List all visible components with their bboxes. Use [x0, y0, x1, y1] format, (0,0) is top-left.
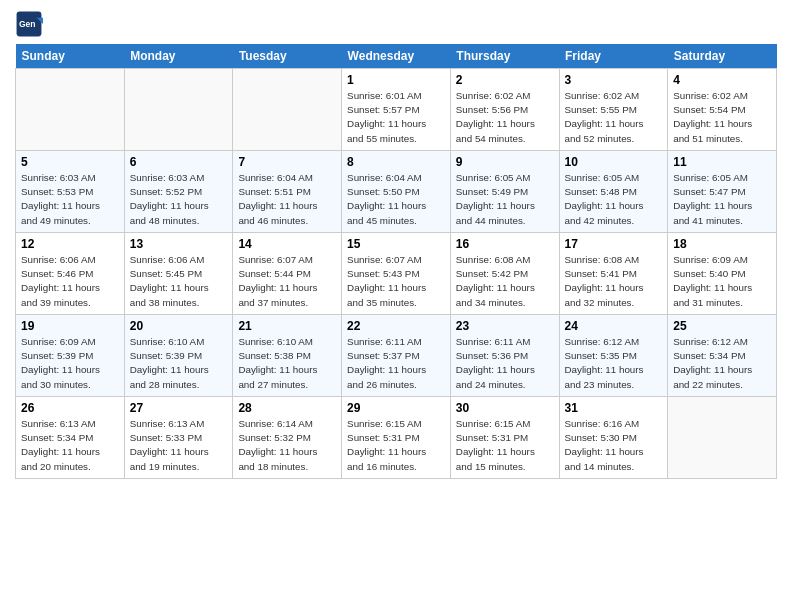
day-info: Sunrise: 6:03 AM Sunset: 5:53 PM Dayligh…: [21, 171, 119, 228]
day-info: Sunrise: 6:11 AM Sunset: 5:36 PM Dayligh…: [456, 335, 554, 392]
calendar-cell: [16, 69, 125, 151]
day-number: 17: [565, 237, 663, 251]
day-number: 6: [130, 155, 228, 169]
calendar-header-thursday: Thursday: [450, 44, 559, 69]
calendar-cell: 6Sunrise: 6:03 AM Sunset: 5:52 PM Daylig…: [124, 151, 233, 233]
calendar-cell: 18Sunrise: 6:09 AM Sunset: 5:40 PM Dayli…: [668, 233, 777, 315]
day-number: 4: [673, 73, 771, 87]
calendar-table: SundayMondayTuesdayWednesdayThursdayFrid…: [15, 44, 777, 479]
day-info: Sunrise: 6:07 AM Sunset: 5:43 PM Dayligh…: [347, 253, 445, 310]
calendar-header-saturday: Saturday: [668, 44, 777, 69]
day-number: 29: [347, 401, 445, 415]
day-number: 1: [347, 73, 445, 87]
day-number: 2: [456, 73, 554, 87]
calendar-cell: 15Sunrise: 6:07 AM Sunset: 5:43 PM Dayli…: [342, 233, 451, 315]
calendar-cell: [668, 397, 777, 479]
calendar-cell: 19Sunrise: 6:09 AM Sunset: 5:39 PM Dayli…: [16, 315, 125, 397]
day-info: Sunrise: 6:10 AM Sunset: 5:38 PM Dayligh…: [238, 335, 336, 392]
calendar-cell: 12Sunrise: 6:06 AM Sunset: 5:46 PM Dayli…: [16, 233, 125, 315]
day-number: 19: [21, 319, 119, 333]
day-number: 21: [238, 319, 336, 333]
day-number: 12: [21, 237, 119, 251]
logo-icon: Gen: [15, 10, 43, 38]
day-number: 9: [456, 155, 554, 169]
calendar-header-tuesday: Tuesday: [233, 44, 342, 69]
calendar-cell: 10Sunrise: 6:05 AM Sunset: 5:48 PM Dayli…: [559, 151, 668, 233]
day-number: 13: [130, 237, 228, 251]
day-info: Sunrise: 6:03 AM Sunset: 5:52 PM Dayligh…: [130, 171, 228, 228]
calendar-cell: 1Sunrise: 6:01 AM Sunset: 5:57 PM Daylig…: [342, 69, 451, 151]
page-container: Gen SundayMondayTuesdayWednesdayThursday…: [0, 0, 792, 489]
calendar-cell: 30Sunrise: 6:15 AM Sunset: 5:31 PM Dayli…: [450, 397, 559, 479]
day-info: Sunrise: 6:02 AM Sunset: 5:56 PM Dayligh…: [456, 89, 554, 146]
day-number: 18: [673, 237, 771, 251]
day-info: Sunrise: 6:08 AM Sunset: 5:41 PM Dayligh…: [565, 253, 663, 310]
day-info: Sunrise: 6:11 AM Sunset: 5:37 PM Dayligh…: [347, 335, 445, 392]
calendar-cell: [233, 69, 342, 151]
day-info: Sunrise: 6:02 AM Sunset: 5:54 PM Dayligh…: [673, 89, 771, 146]
day-info: Sunrise: 6:04 AM Sunset: 5:51 PM Dayligh…: [238, 171, 336, 228]
day-number: 11: [673, 155, 771, 169]
day-info: Sunrise: 6:14 AM Sunset: 5:32 PM Dayligh…: [238, 417, 336, 474]
calendar-cell: 11Sunrise: 6:05 AM Sunset: 5:47 PM Dayli…: [668, 151, 777, 233]
day-info: Sunrise: 6:13 AM Sunset: 5:34 PM Dayligh…: [21, 417, 119, 474]
calendar-cell: 13Sunrise: 6:06 AM Sunset: 5:45 PM Dayli…: [124, 233, 233, 315]
calendar-cell: 4Sunrise: 6:02 AM Sunset: 5:54 PM Daylig…: [668, 69, 777, 151]
calendar-cell: 28Sunrise: 6:14 AM Sunset: 5:32 PM Dayli…: [233, 397, 342, 479]
calendar-header-monday: Monday: [124, 44, 233, 69]
calendar-cell: [124, 69, 233, 151]
day-number: 31: [565, 401, 663, 415]
header: Gen: [15, 10, 777, 38]
logo: Gen: [15, 10, 45, 38]
calendar-week-4: 19Sunrise: 6:09 AM Sunset: 5:39 PM Dayli…: [16, 315, 777, 397]
day-number: 3: [565, 73, 663, 87]
calendar-cell: 25Sunrise: 6:12 AM Sunset: 5:34 PM Dayli…: [668, 315, 777, 397]
day-number: 14: [238, 237, 336, 251]
calendar-cell: 23Sunrise: 6:11 AM Sunset: 5:36 PM Dayli…: [450, 315, 559, 397]
calendar-cell: 2Sunrise: 6:02 AM Sunset: 5:56 PM Daylig…: [450, 69, 559, 151]
calendar-cell: 16Sunrise: 6:08 AM Sunset: 5:42 PM Dayli…: [450, 233, 559, 315]
calendar-cell: 31Sunrise: 6:16 AM Sunset: 5:30 PM Dayli…: [559, 397, 668, 479]
day-number: 22: [347, 319, 445, 333]
day-info: Sunrise: 6:04 AM Sunset: 5:50 PM Dayligh…: [347, 171, 445, 228]
day-number: 30: [456, 401, 554, 415]
day-number: 26: [21, 401, 119, 415]
calendar-cell: 9Sunrise: 6:05 AM Sunset: 5:49 PM Daylig…: [450, 151, 559, 233]
day-info: Sunrise: 6:05 AM Sunset: 5:49 PM Dayligh…: [456, 171, 554, 228]
day-info: Sunrise: 6:15 AM Sunset: 5:31 PM Dayligh…: [347, 417, 445, 474]
day-number: 15: [347, 237, 445, 251]
calendar-cell: 27Sunrise: 6:13 AM Sunset: 5:33 PM Dayli…: [124, 397, 233, 479]
day-info: Sunrise: 6:08 AM Sunset: 5:42 PM Dayligh…: [456, 253, 554, 310]
day-number: 10: [565, 155, 663, 169]
calendar-cell: 3Sunrise: 6:02 AM Sunset: 5:55 PM Daylig…: [559, 69, 668, 151]
day-number: 25: [673, 319, 771, 333]
day-info: Sunrise: 6:15 AM Sunset: 5:31 PM Dayligh…: [456, 417, 554, 474]
calendar-cell: 29Sunrise: 6:15 AM Sunset: 5:31 PM Dayli…: [342, 397, 451, 479]
day-number: 7: [238, 155, 336, 169]
day-info: Sunrise: 6:13 AM Sunset: 5:33 PM Dayligh…: [130, 417, 228, 474]
calendar-cell: 14Sunrise: 6:07 AM Sunset: 5:44 PM Dayli…: [233, 233, 342, 315]
day-info: Sunrise: 6:01 AM Sunset: 5:57 PM Dayligh…: [347, 89, 445, 146]
calendar-week-5: 26Sunrise: 6:13 AM Sunset: 5:34 PM Dayli…: [16, 397, 777, 479]
day-info: Sunrise: 6:05 AM Sunset: 5:47 PM Dayligh…: [673, 171, 771, 228]
calendar-cell: 7Sunrise: 6:04 AM Sunset: 5:51 PM Daylig…: [233, 151, 342, 233]
day-info: Sunrise: 6:12 AM Sunset: 5:35 PM Dayligh…: [565, 335, 663, 392]
day-info: Sunrise: 6:09 AM Sunset: 5:39 PM Dayligh…: [21, 335, 119, 392]
calendar-week-3: 12Sunrise: 6:06 AM Sunset: 5:46 PM Dayli…: [16, 233, 777, 315]
calendar-header-row: SundayMondayTuesdayWednesdayThursdayFrid…: [16, 44, 777, 69]
calendar-cell: 24Sunrise: 6:12 AM Sunset: 5:35 PM Dayli…: [559, 315, 668, 397]
calendar-cell: 21Sunrise: 6:10 AM Sunset: 5:38 PM Dayli…: [233, 315, 342, 397]
day-number: 16: [456, 237, 554, 251]
day-info: Sunrise: 6:09 AM Sunset: 5:40 PM Dayligh…: [673, 253, 771, 310]
day-info: Sunrise: 6:02 AM Sunset: 5:55 PM Dayligh…: [565, 89, 663, 146]
calendar-cell: 20Sunrise: 6:10 AM Sunset: 5:39 PM Dayli…: [124, 315, 233, 397]
calendar-cell: 8Sunrise: 6:04 AM Sunset: 5:50 PM Daylig…: [342, 151, 451, 233]
day-number: 23: [456, 319, 554, 333]
calendar-cell: 22Sunrise: 6:11 AM Sunset: 5:37 PM Dayli…: [342, 315, 451, 397]
calendar-week-1: 1Sunrise: 6:01 AM Sunset: 5:57 PM Daylig…: [16, 69, 777, 151]
calendar-week-2: 5Sunrise: 6:03 AM Sunset: 5:53 PM Daylig…: [16, 151, 777, 233]
day-number: 8: [347, 155, 445, 169]
day-info: Sunrise: 6:06 AM Sunset: 5:45 PM Dayligh…: [130, 253, 228, 310]
day-info: Sunrise: 6:16 AM Sunset: 5:30 PM Dayligh…: [565, 417, 663, 474]
calendar-header-wednesday: Wednesday: [342, 44, 451, 69]
